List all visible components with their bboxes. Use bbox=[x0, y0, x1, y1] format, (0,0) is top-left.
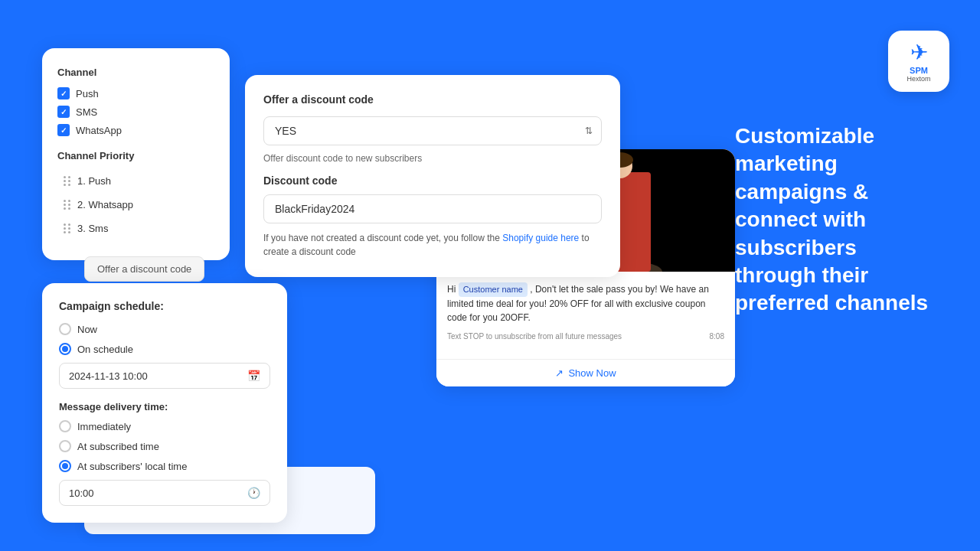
drag-handle-sms[interactable] bbox=[64, 223, 71, 233]
show-now-button[interactable]: ↗ Show Now bbox=[436, 359, 735, 386]
radio-schedule[interactable]: On schedule bbox=[59, 343, 270, 355]
channel-card: Channel Push SMS WhatsApp Channel Priori… bbox=[42, 48, 230, 260]
campaign-card: Campaign schedule: Now On schedule 📅 Mes… bbox=[42, 283, 287, 523]
customer-name-badge: Customer name bbox=[459, 282, 528, 297]
radio-schedule-circle[interactable] bbox=[59, 343, 71, 355]
sms-checkbox[interactable] bbox=[57, 106, 70, 118]
shopify-guide-link[interactable]: Shopify guide here bbox=[502, 233, 579, 243]
timestamp: 8:08 bbox=[710, 332, 724, 341]
spm-logo: ✈ SPM Hextom bbox=[888, 31, 949, 92]
radio-immediately-label: Immediately bbox=[77, 421, 131, 432]
message-body: Hi Customer name , Don't let the sale pa… bbox=[436, 272, 735, 359]
drag-handle-push[interactable] bbox=[64, 176, 71, 186]
radio-immediately-circle[interactable] bbox=[59, 420, 71, 432]
radio-now[interactable]: Now bbox=[59, 323, 270, 335]
external-link-icon: ↗ bbox=[555, 367, 564, 379]
sms-label: SMS bbox=[76, 106, 97, 118]
hextom-subtitle: Hextom bbox=[906, 75, 930, 83]
discount-code-title: Discount code bbox=[263, 174, 602, 187]
priority-title: Channel Priority bbox=[57, 150, 214, 161]
discount-code-input[interactable] bbox=[263, 194, 602, 223]
radio-schedule-label: On schedule bbox=[77, 344, 133, 355]
radio-immediately[interactable]: Immediately bbox=[59, 420, 270, 432]
priority-whatsapp-label: 2. Whatsapp bbox=[77, 199, 133, 210]
date-input-wrapper: 📅 bbox=[59, 363, 270, 389]
priority-push-label: 1. Push bbox=[77, 175, 111, 187]
whatsapp-checkbox[interactable] bbox=[57, 124, 70, 136]
radio-subscribed-circle[interactable] bbox=[59, 440, 71, 452]
channel-title: Channel bbox=[57, 67, 214, 78]
priority-whatsapp[interactable]: 2. Whatsapp bbox=[57, 194, 214, 215]
radio-local-time[interactable]: At subscribers' local time bbox=[59, 460, 270, 472]
priority-push[interactable]: 1. Push bbox=[57, 171, 214, 191]
discount-hint: Offer discount code to new subscribers bbox=[263, 153, 602, 164]
behind-offer-button[interactable]: Offer a discount code bbox=[84, 256, 204, 282]
plane-icon: ✈ bbox=[910, 40, 928, 65]
greeting-text: Hi bbox=[447, 284, 459, 295]
channel-whatsapp: WhatsApp bbox=[57, 124, 214, 136]
channel-sms: SMS bbox=[57, 106, 214, 118]
drag-handle-whatsapp[interactable] bbox=[64, 200, 71, 210]
date-input[interactable] bbox=[69, 370, 247, 382]
discount-title: Offer a discount code bbox=[263, 93, 602, 106]
unsubscribe-row: Text STOP to unsubscribe from all future… bbox=[447, 332, 724, 341]
guide-text: If you have not created a discount code … bbox=[263, 231, 602, 259]
radio-now-circle[interactable] bbox=[59, 323, 71, 335]
priority-section: Channel Priority 1. Push 2. Whatsapp bbox=[57, 150, 214, 239]
campaign-title: Campaign schedule: bbox=[59, 300, 270, 312]
radio-subscribed-time[interactable]: At subscribed time bbox=[59, 440, 270, 452]
radio-now-label: Now bbox=[77, 324, 97, 335]
radio-local-circle[interactable] bbox=[59, 460, 71, 472]
behind-offer-label: Offer a discount code bbox=[97, 263, 191, 275]
unsubscribe-text: Text STOP to unsubscribe from all future… bbox=[447, 332, 622, 341]
push-checkbox[interactable] bbox=[57, 87, 70, 99]
select-wrapper: YES NO ⇅ bbox=[263, 116, 602, 145]
clock-icon: 🕐 bbox=[247, 487, 260, 499]
message-text: Hi Customer name , Don't let the sale pa… bbox=[447, 282, 724, 324]
delivery-title: Message delivery time: bbox=[59, 401, 270, 412]
calendar-icon: 📅 bbox=[247, 370, 260, 382]
whatsapp-label: WhatsApp bbox=[76, 125, 122, 136]
time-input-wrapper: 🕐 bbox=[59, 480, 270, 506]
hero-text: Customizable marketing campaigns & conne… bbox=[735, 122, 942, 318]
priority-sms[interactable]: 3. Sms bbox=[57, 218, 214, 239]
show-now-label: Show Now bbox=[568, 367, 616, 379]
time-input[interactable] bbox=[69, 487, 247, 499]
channel-push: Push bbox=[57, 87, 214, 99]
radio-subscribed-label: At subscribed time bbox=[77, 441, 159, 452]
discount-select[interactable]: YES NO bbox=[263, 116, 602, 145]
push-label: Push bbox=[76, 88, 99, 99]
priority-sms-label: 3. Sms bbox=[77, 223, 108, 234]
discount-card: Offer a discount code YES NO ⇅ Offer dis… bbox=[245, 75, 620, 277]
radio-local-label: At subscribers' local time bbox=[77, 461, 187, 472]
guide-prefix: If you have not created a discount code … bbox=[263, 233, 502, 243]
spm-title: SPM bbox=[910, 67, 928, 75]
